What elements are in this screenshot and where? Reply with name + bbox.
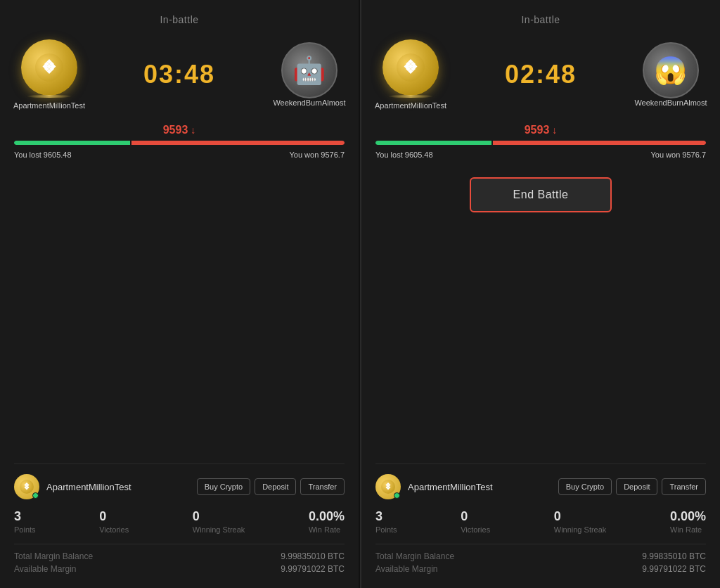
user-bnb-logo-left	[20, 480, 34, 494]
bnb-avatar-left	[21, 39, 77, 96]
stat-winrate-label-right: Win Rate	[670, 525, 702, 534]
end-battle-section-right: End Battle	[375, 177, 706, 212]
player-right-left: 🤖 WeekendBurnAlmost	[274, 42, 345, 107]
score-results-left: You lost 9605.48 You won 9576.7	[14, 151, 345, 159]
score-area-right: 9593 ↓ You lost 9605.48 You won 9576.7	[375, 124, 706, 159]
score-label-right: 9593 ↓	[375, 124, 706, 136]
balance-total-value-left: 9.99835010 BTC	[281, 551, 345, 561]
balance-row-total-left: Total Margin Balance 9.99835010 BTC	[14, 551, 345, 561]
user-section-left: ApartmentMillionTest Buy Crypto Deposit …	[14, 464, 345, 577]
stats-row-right: 3 Points 0 Victories 0 Winning Streak 0.…	[375, 509, 706, 534]
robot-emoji-right: 😱	[654, 57, 687, 84]
battle-area-left: ApartmentMillionTest 03:48 🤖 WeekendBurn…	[14, 39, 345, 110]
balance-available-label-left: Available Margin	[14, 564, 77, 574]
user-bnb-logo-right	[381, 480, 395, 494]
player-right-name-left: WeekendBurnAlmost	[273, 98, 345, 107]
stat-winrate-left: 0.00% Win Rate	[309, 509, 345, 534]
stat-streak-label-left: Winning Streak	[193, 525, 245, 534]
panel-right: In-battle	[360, 0, 720, 588]
score-label-left: 9593 ↓	[14, 124, 345, 136]
user-avatar-left	[14, 474, 39, 499]
score-number-left: 9593	[163, 124, 188, 136]
stat-streak-value-right: 0	[554, 509, 561, 524]
buy-crypto-btn-left[interactable]: Buy Crypto	[197, 478, 250, 495]
bnb-avatar-right	[382, 39, 439, 96]
balance-total-value-right: 9.99835010 BTC	[642, 551, 706, 561]
deposit-btn-left[interactable]: Deposit	[255, 478, 296, 495]
transfer-btn-right[interactable]: Transfer	[662, 478, 706, 495]
stat-streak-value-left: 0	[193, 509, 200, 524]
balance-available-label-right: Available Margin	[375, 564, 438, 574]
user-name-right: ApartmentMillionTest	[408, 482, 551, 492]
score-arrow-left: ↓	[191, 124, 195, 136]
online-dot-left	[32, 492, 39, 499]
user-header-left: ApartmentMillionTest Buy Crypto Deposit …	[14, 474, 345, 499]
stats-row-left: 3 Points 0 Victories 0 Winning Streak 0.…	[14, 509, 345, 534]
buy-crypto-btn-right[interactable]: Buy Crypto	[558, 478, 612, 495]
timer-left: 03:48	[143, 60, 215, 89]
bnb-logo-svg-left	[35, 53, 63, 82]
bar-right-red2	[493, 141, 707, 145]
stat-points-label-right: Points	[375, 525, 397, 534]
action-buttons-left: Buy Crypto Deposit Transfer	[197, 478, 345, 495]
stat-streak-right: 0 Winning Streak	[554, 509, 607, 534]
deposit-btn-right[interactable]: Deposit	[616, 478, 657, 495]
app-container: In-battle	[0, 0, 720, 588]
player-right-name-right: WeekendBurnAlmost	[634, 98, 707, 107]
balance-available-value-left: 9.99791022 BTC	[281, 564, 345, 574]
spacer-right	[375, 226, 706, 458]
you-won-left: You won 9576.7	[290, 151, 345, 159]
online-dot-right	[394, 492, 400, 499]
spacer-left	[14, 163, 345, 458]
end-battle-button[interactable]: End Battle	[470, 177, 612, 212]
player-left-left: ApartmentMillionTest	[14, 39, 84, 110]
you-lost-right: You lost 9605.48	[375, 151, 433, 159]
stat-points-value-left: 3	[14, 509, 21, 524]
stat-winrate-label-left: Win Rate	[309, 525, 340, 534]
player-left-name-right: ApartmentMillionTest	[375, 101, 446, 110]
transfer-btn-left[interactable]: Transfer	[300, 478, 345, 495]
stat-victories-label-left: Victories	[99, 525, 129, 534]
user-name-left: ApartmentMillionTest	[46, 482, 190, 492]
balance-available-value-right: 9.99791022 BTC	[642, 564, 706, 574]
user-header-right: ApartmentMillionTest Buy Crypto Deposit …	[375, 474, 706, 499]
bnb-logo-svg-right	[397, 53, 425, 82]
balance-section-left: Total Margin Balance 9.99835010 BTC Avai…	[14, 544, 345, 574]
balance-row-available-right: Available Margin 9.99791022 BTC	[375, 564, 706, 574]
stat-points-label-left: Points	[14, 525, 36, 534]
panel-left-title: In-battle	[14, 14, 345, 25]
robot-emoji-left: 🤖	[292, 57, 326, 84]
player-left-name: ApartmentMillionTest	[13, 101, 85, 110]
timer-section-left: 03:48	[143, 60, 215, 89]
stat-points-right: 3 Points	[375, 509, 397, 534]
balance-section-right: Total Margin Balance 9.99835010 BTC Avai…	[375, 544, 706, 574]
stat-victories-value-left: 0	[99, 509, 106, 524]
stat-victories-value-right: 0	[461, 509, 468, 524]
panel-right-title: In-battle	[375, 14, 706, 25]
progress-bar-left	[14, 141, 345, 145]
user-section-right: ApartmentMillionTest Buy Crypto Deposit …	[375, 464, 706, 577]
score-results-right: You lost 9605.48 You won 9576.7	[375, 151, 706, 159]
bar-right-red	[131, 141, 345, 145]
player-left-right: ApartmentMillionTest	[375, 39, 446, 110]
player-right-right: 😱 WeekendBurnAlmost	[636, 42, 706, 107]
battle-area-right: ApartmentMillionTest 02:48 😱 WeekendBurn…	[375, 39, 706, 110]
action-buttons-right: Buy Crypto Deposit Transfer	[558, 478, 706, 495]
score-arrow-right: ↓	[552, 124, 557, 136]
timer-section-right: 02:48	[505, 60, 577, 89]
user-avatar-right	[375, 474, 401, 499]
score-number-right: 9593	[525, 124, 550, 136]
stat-winrate-value-right: 0.00%	[670, 509, 706, 524]
balance-total-label-right: Total Margin Balance	[375, 551, 454, 561]
score-area-left: 9593 ↓ You lost 9605.48 You won 9576.7	[14, 124, 345, 159]
robot-avatar-left: 🤖	[281, 42, 338, 98]
progress-bar-right	[375, 141, 706, 145]
stat-victories-right: 0 Victories	[461, 509, 490, 534]
you-lost-left: You lost 9605.48	[14, 151, 72, 159]
panel-left: In-battle	[0, 0, 359, 588]
stat-streak-left: 0 Winning Streak	[193, 509, 245, 534]
stat-streak-label-right: Winning Streak	[554, 525, 607, 534]
timer-right: 02:48	[505, 60, 577, 89]
balance-row-available-left: Available Margin 9.99791022 BTC	[14, 564, 345, 574]
balance-row-total-right: Total Margin Balance 9.99835010 BTC	[375, 551, 706, 561]
